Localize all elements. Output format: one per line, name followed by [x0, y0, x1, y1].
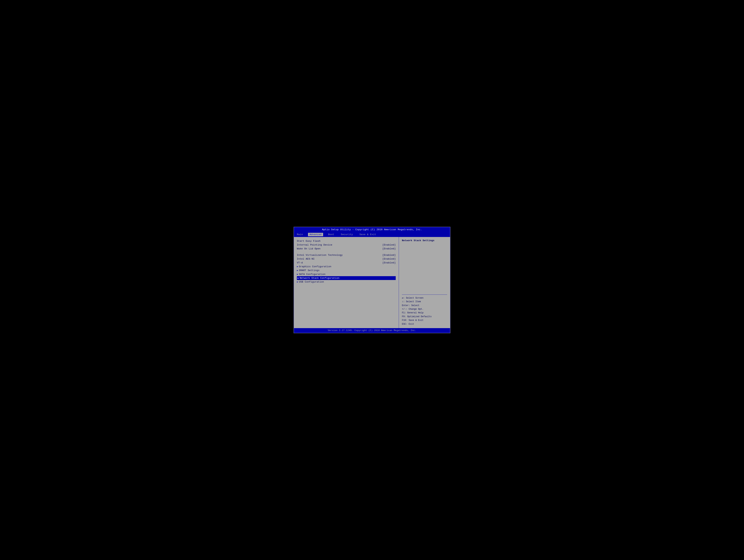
entry-wake-on-lid-open[interactable]: Wake On Lid Open [Enabled] [297, 247, 396, 251]
entry-label: Network Stack Configuration [300, 277, 395, 279]
entry-usb-config[interactable]: ► USB Configuration [297, 280, 396, 284]
footer-text: Version 2.17.1249. Copyright (C) 2018 Am… [328, 329, 416, 332]
entry-vt-d[interactable]: VT-d [Enabled] [297, 261, 396, 265]
help-f10: F10: Save & Exit [402, 318, 447, 322]
entry-value: [Enabled] [382, 262, 396, 264]
entry-label: Intel AES-NI [297, 257, 382, 260]
content-area: Start Easy Flash Internal Pointing Devic… [294, 237, 450, 328]
menu-save-exit[interactable]: Save & Exit [358, 233, 377, 236]
submenu-arrow-icon: ► [297, 266, 298, 268]
side-title: Network Stack Settings [402, 239, 447, 242]
entry-label: Start Easy Flash [297, 240, 396, 242]
help-text: ⇄: Select Screen ↕: Select Item Enter: S… [402, 296, 447, 326]
entry-start-easy-flash[interactable]: Start Easy Flash [297, 239, 396, 243]
main-panel: Start Easy Flash Internal Pointing Devic… [294, 237, 399, 328]
help-esc: ESC: Exit [402, 322, 447, 326]
title-bar: Aptio Setup Utility - Copyright (C) 2018… [294, 227, 450, 232]
menu-security[interactable]: Security [339, 233, 354, 236]
entry-value: [Enabled] [382, 244, 396, 246]
entry-label: SATA Configuration [299, 273, 396, 276]
entry-label: Graphics Configuration [299, 265, 396, 268]
spacer [297, 251, 396, 253]
entry-label: SMART Settings [299, 269, 396, 272]
entry-internal-pointing-device[interactable]: Internal Pointing Device [Enabled] [297, 243, 396, 247]
entry-label: Internal Pointing Device [297, 244, 382, 246]
submenu-arrow-icon: ► [297, 273, 298, 275]
entry-label: Intel Virtualization Technology [297, 254, 382, 256]
help-f9: F9: Optimized Defaults [402, 315, 447, 318]
entry-smart-settings[interactable]: ► SMART Settings [297, 269, 396, 272]
entry-value: [Enabled] [382, 247, 396, 250]
help-select-screen: ⇄: Select Screen [402, 296, 447, 300]
help-change-opt: +/-: Change Opt. [402, 307, 447, 311]
help-select-item: ↕: Select Item [402, 300, 447, 304]
entry-intel-aes-ni[interactable]: Intel AES-NI [Enabled] [297, 257, 396, 261]
bios-screen: Aptio Setup Utility - Copyright (C) 2018… [290, 221, 454, 339]
menu-advanced[interactable]: Advanced [308, 233, 323, 236]
title-text: Aptio Setup Utility - Copyright (C) 2018… [322, 228, 422, 231]
entry-label: Wake On Lid Open [297, 247, 382, 250]
entry-value: [Enabled] [382, 257, 396, 260]
bios-window: Aptio Setup Utility - Copyright (C) 2018… [294, 227, 450, 333]
entry-label: USB Configuration [299, 281, 396, 283]
submenu-arrow-icon: ► [298, 277, 299, 279]
help-enter-select: Enter: Select [402, 304, 447, 307]
side-panel: Network Stack Settings ⇄: Select Screen … [399, 237, 450, 328]
entry-sata-config[interactable]: ► SATA Configuration [297, 272, 396, 276]
entry-network-stack-config[interactable]: ► Network Stack Configuration [297, 276, 396, 280]
submenu-arrow-icon: ► [297, 281, 298, 283]
menu-bar: Main Advanced Boot Security Save & Exit [294, 232, 450, 237]
submenu-arrow-icon: ► [297, 270, 298, 272]
help-f1: F1: General Help [402, 311, 447, 315]
entry-value: [Enabled] [382, 254, 396, 256]
menu-main[interactable]: Main [295, 233, 304, 236]
menu-boot[interactable]: Boot [327, 233, 336, 236]
side-divider [402, 294, 447, 295]
entry-graphics-config[interactable]: ► Graphics Configuration [297, 265, 396, 269]
entry-intel-virtualization[interactable]: Intel Virtualization Technology [Enabled… [297, 253, 396, 257]
entry-label: VT-d [297, 262, 382, 264]
footer-bar: Version 2.17.1249. Copyright (C) 2018 Am… [294, 328, 450, 333]
